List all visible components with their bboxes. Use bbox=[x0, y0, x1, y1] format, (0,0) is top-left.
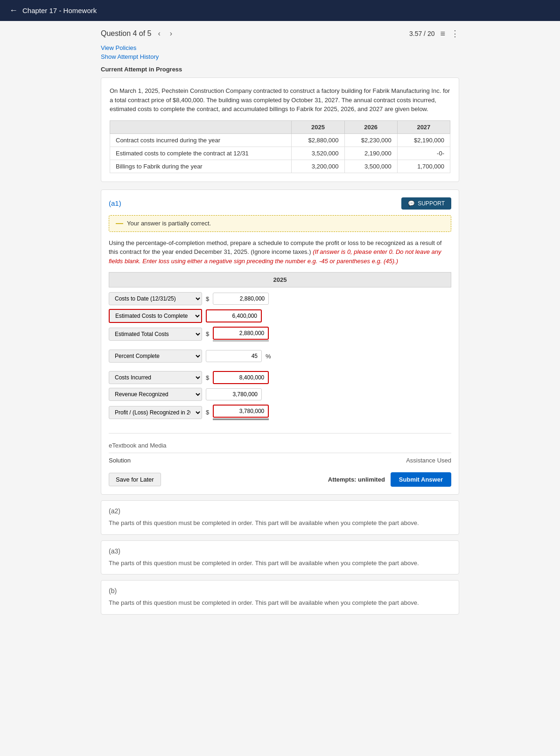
section-header-a1: (a1) 💬 SUPPORT bbox=[109, 197, 451, 210]
estimated-costs-input[interactable] bbox=[206, 309, 262, 322]
estimated-total-select[interactable]: Estimated Total Costs bbox=[109, 328, 202, 341]
part-b-section: (b) The parts of this question must be c… bbox=[101, 580, 459, 615]
etextbook-link[interactable]: eTextbook and Media bbox=[109, 442, 167, 449]
part-a3-section: (a3) The parts of this question must be … bbox=[101, 540, 459, 575]
problem-text: On March 1, 2025, Pechstein Construction… bbox=[110, 86, 450, 114]
costs-incurred-input[interactable] bbox=[213, 371, 269, 384]
part-a2-text: The parts of this question must be compl… bbox=[109, 518, 451, 528]
table-row: Billings to Fabrik during the year 3,200… bbox=[110, 160, 450, 173]
minus-icon: — bbox=[116, 219, 123, 228]
support-button[interactable]: 💬 SUPPORT bbox=[401, 197, 451, 210]
profit-loss-input[interactable] bbox=[213, 405, 269, 418]
table-header-2025: 2025 bbox=[292, 120, 344, 133]
question-nav: Question 4 of 5 ‹ › bbox=[101, 28, 175, 39]
submit-answer-button[interactable]: Submit Answer bbox=[391, 472, 451, 487]
part-b-text: The parts of this question must be compl… bbox=[109, 598, 451, 608]
view-policies-link[interactable]: View Policies bbox=[101, 44, 459, 51]
submit-area: Attempts: unlimited Submit Answer bbox=[328, 472, 451, 487]
percent-complete-input[interactable] bbox=[206, 350, 262, 362]
dollar-sign-3: $ bbox=[206, 374, 209, 381]
problem-card: On March 1, 2025, Pechstein Construction… bbox=[101, 77, 459, 182]
list-icon-button[interactable]: ≡ bbox=[440, 29, 445, 39]
etextbook-row: eTextbook and Media bbox=[109, 438, 451, 453]
action-row: Save for Later Attempts: unlimited Submi… bbox=[109, 468, 451, 487]
prev-question-button[interactable]: ‹ bbox=[155, 28, 163, 39]
table-cell: -0- bbox=[397, 147, 450, 160]
instruction-text: Using the percentage-of-completion metho… bbox=[109, 238, 451, 266]
form-row-costs-incurred: Costs Incurred $ bbox=[109, 371, 451, 384]
attempt-label: Current Attempt in Progress bbox=[101, 66, 459, 73]
form-row-costs-to-date: Costs to Date (12/31/25) $ bbox=[109, 292, 451, 305]
table-cell: 3,200,000 bbox=[292, 160, 344, 173]
question-label: Question 4 of 5 bbox=[101, 29, 152, 38]
table-header-label bbox=[110, 120, 292, 133]
profit-loss-select[interactable]: Profit / (Loss) Recognized in 2025 bbox=[109, 406, 202, 419]
show-attempt-history-link[interactable]: Show Attempt History bbox=[101, 53, 459, 60]
costs-incurred-select[interactable]: Costs Incurred bbox=[109, 371, 202, 384]
bottom-links: eTextbook and Media Solution Assistance … bbox=[109, 433, 451, 468]
table-row: Estimated costs to complete the contract… bbox=[110, 147, 450, 160]
more-options-button[interactable]: ⋮ bbox=[451, 28, 459, 39]
page-title: Chapter 17 - Homework bbox=[22, 7, 97, 14]
table-cell: $2,880,000 bbox=[292, 133, 344, 147]
table-cell: $2,190,000 bbox=[397, 133, 450, 147]
table-row: Contract costs incurred during the year … bbox=[110, 133, 450, 147]
costs-to-date-input[interactable] bbox=[213, 293, 269, 305]
form-row-percent-complete: Percent Complete % bbox=[109, 350, 451, 363]
part-a3-text: The parts of this question must be compl… bbox=[109, 559, 451, 568]
estimated-costs-select[interactable]: Estimated Costs to Complete bbox=[109, 309, 202, 323]
question-header: Question 4 of 5 ‹ › 3.57 / 20 ≡ ⋮ bbox=[101, 28, 459, 39]
table-cell: $2,230,000 bbox=[344, 133, 397, 147]
form-row-estimated-total: Estimated Total Costs $ bbox=[109, 327, 451, 341]
solution-row: Solution Assistance Used bbox=[109, 453, 451, 468]
table-header-2026: 2026 bbox=[344, 120, 397, 133]
revenue-recognized-select[interactable]: Revenue Recognized bbox=[109, 388, 202, 401]
problem-table: 2025 2026 2027 Contract costs incurred d… bbox=[110, 120, 450, 173]
part-a2-section: (a2) The parts of this question must be … bbox=[101, 500, 459, 535]
part-b-label: (b) bbox=[109, 587, 451, 595]
table-header-2027: 2027 bbox=[397, 120, 450, 133]
save-later-button[interactable]: Save for Later bbox=[109, 473, 161, 486]
table-cell: 2,190,000 bbox=[344, 147, 397, 160]
table-cell: 3,520,000 bbox=[292, 147, 344, 160]
percent-complete-select[interactable]: Percent Complete bbox=[109, 350, 202, 363]
next-question-button[interactable]: › bbox=[167, 28, 175, 39]
support-icon: 💬 bbox=[408, 200, 415, 207]
form-row-estimated-costs: Estimated Costs to Complete bbox=[109, 309, 451, 323]
solution-link[interactable]: Solution bbox=[109, 457, 131, 464]
table-cell: 1,700,000 bbox=[397, 160, 450, 173]
part-a1-label: (a1) bbox=[109, 199, 121, 207]
percent-sign: % bbox=[266, 353, 271, 360]
costs-to-date-select[interactable]: Costs to Date (12/31/25) bbox=[109, 292, 202, 305]
dollar-sign-2: $ bbox=[206, 330, 209, 337]
part-a3-label: (a3) bbox=[109, 547, 451, 555]
part-a2-label: (a2) bbox=[109, 507, 451, 515]
form-row-profit-loss: Profit / (Loss) Recognized in 2025 $ bbox=[109, 405, 451, 420]
back-button[interactable]: ← bbox=[9, 6, 18, 15]
table-cell: Contract costs incurred during the year bbox=[110, 133, 292, 147]
estimated-total-input[interactable] bbox=[213, 327, 269, 340]
support-label: SUPPORT bbox=[418, 200, 445, 207]
year-header: 2025 bbox=[109, 272, 451, 287]
attempts-text: Attempts: unlimited bbox=[328, 476, 385, 483]
top-bar: ← Chapter 17 - Homework bbox=[0, 0, 560, 21]
dollar-sign: $ bbox=[206, 295, 209, 302]
revenue-recognized-input[interactable] bbox=[206, 388, 262, 400]
part-a1-section: (a1) 💬 SUPPORT — Your answer is partiall… bbox=[101, 189, 459, 495]
score-display: 3.57 / 20 bbox=[409, 30, 435, 37]
table-cell: Billings to Fabrik during the year bbox=[110, 160, 292, 173]
table-cell: Estimated costs to complete the contract… bbox=[110, 147, 292, 160]
form-row-revenue-recognized: Revenue Recognized bbox=[109, 388, 451, 401]
partial-correct-message: Your answer is partially correct. bbox=[127, 220, 211, 227]
links-area: View Policies Show Attempt History bbox=[101, 44, 459, 60]
dollar-sign-4: $ bbox=[206, 409, 209, 416]
assistance-used-text: Assistance Used bbox=[406, 457, 451, 464]
table-cell: 3,500,000 bbox=[344, 160, 397, 173]
partial-correct-banner: — Your answer is partially correct. bbox=[109, 215, 451, 232]
score-area: 3.57 / 20 ≡ ⋮ bbox=[409, 28, 459, 39]
